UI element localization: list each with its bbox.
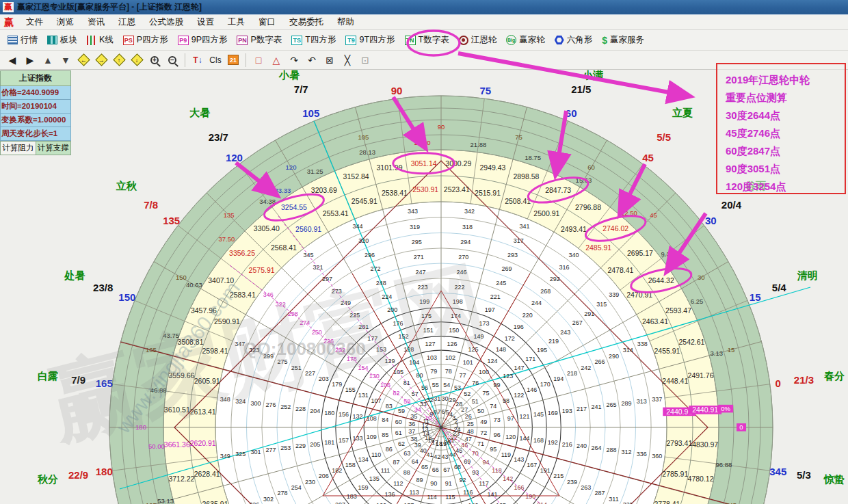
- square-shape-icon[interactable]: □: [250, 53, 267, 68]
- spiral-number: 147: [514, 364, 525, 371]
- menu-item-1[interactable]: 浏览: [50, 15, 81, 29]
- service-button[interactable]: $赢家服务: [597, 32, 649, 48]
- spiral-number: 38: [410, 436, 417, 442]
- quotes-button[interactable]: 行情: [3, 32, 42, 48]
- spiral-number: 244: [531, 300, 542, 306]
- spiral-number: 93: [472, 469, 479, 476]
- outer-price-label: 2644.32: [648, 276, 674, 284]
- menu-item-5[interactable]: 设置: [190, 15, 221, 29]
- spiral-number: 46: [461, 442, 468, 449]
- rotate-up-icon[interactable]: ▲: [40, 53, 56, 68]
- spiral-number: 67: [443, 466, 450, 473]
- spiral-number: 228: [295, 406, 306, 412]
- prev-icon[interactable]: ◀: [4, 53, 21, 68]
- spiral-number: 216: [562, 441, 572, 448]
- degree-outer-label: 120: [226, 152, 243, 163]
- pan-up-icon[interactable]: ↑: [111, 53, 127, 68]
- degree-outer-label: 75: [480, 85, 492, 96]
- inner-price-label: 2538.41: [382, 189, 408, 197]
- spiral-number: 335: [623, 501, 633, 504]
- spiral-number: 72: [480, 429, 487, 436]
- spiral-number: 133: [352, 435, 362, 442]
- inner-price-label: 2568.41: [271, 243, 297, 252]
- t-square-button[interactable]: TST四方形: [287, 32, 341, 48]
- scatter-icon[interactable]: ╳: [339, 53, 356, 68]
- 9p-square-button-label: 9P四方形: [191, 34, 228, 46]
- degree-outer-label: 90: [391, 85, 403, 96]
- spiral-number: 287: [594, 490, 605, 496]
- degree-outer-label: 345: [769, 466, 786, 477]
- zoom-in-icon[interactable]: +: [146, 53, 163, 68]
- rotate-down-icon[interactable]: ▼: [57, 53, 74, 68]
- spiral-number: 313: [637, 398, 647, 405]
- cls-button[interactable]: Cls: [207, 53, 224, 68]
- sectors-button[interactable]: 板块: [42, 32, 82, 48]
- spiral-number: 106: [380, 382, 390, 388]
- spiral-number: 243: [560, 329, 570, 336]
- winner-wheel-button[interactable]: Big赢家轮: [501, 32, 550, 48]
- spiral-number: 61: [395, 429, 402, 436]
- service-button-label: 赢家服务: [610, 34, 644, 46]
- zoom-out-icon[interactable]: −: [164, 53, 181, 68]
- spiral-number: 68: [454, 464, 461, 470]
- percent-label: 6.25: [691, 297, 704, 305]
- price-axis-icon[interactable]: T↓: [189, 53, 206, 68]
- spiral-number: 115: [445, 494, 455, 501]
- projector-icon[interactable]: ⊡: [357, 53, 373, 68]
- spiral-number: 316: [559, 264, 570, 271]
- toolbar-separator: [185, 53, 185, 67]
- spiral-number: 69: [464, 458, 471, 465]
- spiral-number: 89: [416, 477, 423, 483]
- outer-price-label: 3152.84: [343, 172, 369, 181]
- spiral-number: 167: [527, 462, 537, 468]
- menu-item-3[interactable]: 江恩: [111, 15, 142, 29]
- calendar-icon[interactable]: 21: [225, 53, 241, 68]
- triangle-shape-icon[interactable]: △: [268, 53, 284, 68]
- pan-down-icon[interactable]: ↓: [129, 53, 145, 68]
- p-square-button[interactable]: PSP四方形: [118, 32, 173, 48]
- degree-ring-label: 15: [728, 346, 735, 354]
- spiral-number: 62: [398, 440, 405, 447]
- calc-resistance-button[interactable]: 计算阻力: [0, 141, 36, 155]
- hexagon-button[interactable]: 六角形: [550, 32, 598, 48]
- menu-item-4[interactable]: 公式选股: [142, 15, 190, 29]
- 9t-square-button[interactable]: T99T四方形: [341, 32, 399, 48]
- pan-right-icon[interactable]: →: [93, 53, 109, 68]
- menu-item-8[interactable]: 交易委托: [282, 15, 330, 29]
- pan-left-icon[interactable]: ←: [75, 53, 92, 68]
- outer-price-label: 2440.91: [692, 406, 718, 414]
- spiral-number: 265: [606, 401, 616, 408]
- t-table-button[interactable]: TNT数字表: [400, 32, 454, 48]
- spiral-number: 341: [519, 223, 529, 230]
- p-square-button-label: P四方形: [137, 34, 168, 46]
- spiral-number: 87: [393, 459, 399, 466]
- menu-item-0[interactable]: 文件: [19, 15, 50, 29]
- spiral-number: 204: [310, 408, 320, 414]
- next-icon[interactable]: ▶: [22, 53, 38, 68]
- spiral-number: 301: [251, 449, 261, 455]
- solar-term-label: 惊蛰: [823, 473, 845, 485]
- menu-item-6[interactable]: 工具: [221, 15, 252, 29]
- fit-box-icon[interactable]: ⊠: [321, 53, 338, 68]
- calc-support-button[interactable]: 计算支撑: [36, 141, 72, 155]
- spiral-number: 215: [553, 473, 564, 479]
- p-table-button[interactable]: PNP数字表: [232, 32, 287, 48]
- spiral-number: 47: [465, 436, 472, 442]
- inner-price-label: 2560.91: [295, 225, 321, 233]
- spiral-number: 94: [482, 459, 489, 466]
- kline-button[interactable]: K线: [82, 32, 118, 48]
- solar-term-label: 立秋: [116, 180, 137, 191]
- menu-item-2[interactable]: 资讯: [81, 15, 111, 29]
- degree-ring-label: 105: [358, 133, 369, 141]
- 9p-square-button[interactable]: P99P四方形: [173, 32, 233, 48]
- menu-item-7[interactable]: 窗口: [252, 15, 282, 29]
- degree-ring-label: 45: [650, 211, 657, 219]
- rotate-cw-icon[interactable]: ↷: [286, 53, 302, 68]
- spiral-number: 220: [522, 312, 533, 319]
- rotate-ccw-icon[interactable]: ↶: [304, 53, 320, 68]
- gann-wheel-button[interactable]: 江恩轮: [454, 32, 502, 48]
- menu-item-9[interactable]: 帮助: [330, 15, 361, 29]
- spiral-number: 146: [527, 386, 537, 393]
- percent-label: 18.75: [525, 154, 541, 161]
- spiral-number: 205: [310, 441, 320, 448]
